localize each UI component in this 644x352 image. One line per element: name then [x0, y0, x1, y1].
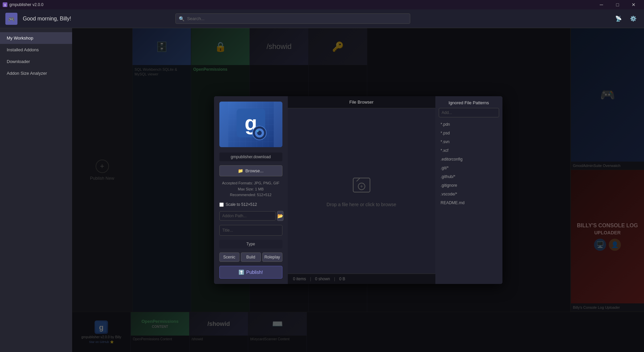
modal-overlay: g gmpublisher.: [72, 28, 644, 352]
search-bar: 🔍: [175, 13, 410, 24]
shown-count: 0 shown: [315, 277, 330, 281]
ignored-patterns-panel: Ignored File Patterns *.pdn *.psd *.svn …: [435, 96, 502, 284]
sidebar-item-my-workshop[interactable]: My Workshop: [0, 32, 72, 44]
browse-label: Browse...: [245, 168, 263, 173]
avatar: 🎮: [5, 13, 17, 25]
addon-path-folder-button[interactable]: 📂: [277, 211, 283, 221]
window-controls: ─ □ ✕: [594, 0, 641, 9]
ignored-pattern-1[interactable]: *.pdn: [439, 120, 499, 129]
ignored-pattern-9[interactable]: .vscode/*: [439, 190, 499, 198]
sidebar-item-downloader[interactable]: Downloader: [0, 56, 72, 67]
ignored-pattern-7[interactable]: .github/*: [439, 172, 499, 181]
type-buttons: Scenic Build Roleplay: [219, 252, 282, 262]
type-label: Type: [219, 240, 282, 248]
addon-url: gmpublisher.download: [219, 153, 282, 161]
size-display: 0 B: [339, 277, 345, 281]
file-browser-title: File Browser: [349, 100, 373, 105]
app-container: 🎮 Good morning, Billy! 🔍 📡 ⚙️ My Worksho…: [0, 9, 644, 352]
main-content: 👍 0 ★★★★★ 👍 0 ★★★★★ 👍 227368 ★★★★½ 👍 337…: [72, 28, 644, 352]
header: 🎮 Good morning, Billy! 🔍 📡 ⚙️: [0, 9, 644, 28]
formats-text: Accepted Formats: JPG, PNG, GIF: [219, 180, 282, 186]
type-roleplay-button[interactable]: Roleplay: [262, 252, 282, 262]
scale-checkbox[interactable]: [219, 202, 224, 207]
title-bar: g gmpublisher v2.0.0 ─ □ ✕: [0, 0, 644, 9]
recommended-text: Recommended: 512×512: [219, 192, 282, 198]
my-workshop-label: My Workshop: [7, 36, 33, 41]
minimize-button[interactable]: ─: [594, 0, 609, 9]
window-title: gmpublisher v2.0.0: [9, 2, 43, 7]
scale-label: Scale to 512×512: [226, 202, 257, 207]
image-info: Accepted Formats: JPG, PNG, GIF Max Size…: [219, 180, 282, 198]
sidebar: My Workshop Installed Addons Downloader …: [0, 28, 72, 352]
ignored-pattern-6[interactable]: .git/*: [439, 164, 499, 172]
type-scenic-button[interactable]: Scenic: [219, 252, 239, 262]
ignored-pattern-5[interactable]: .editorconfig: [439, 155, 499, 164]
publish-icon: ⬆️: [238, 270, 244, 275]
title-bar-left: g gmpublisher v2.0.0: [3, 2, 43, 7]
svg-text:+: +: [360, 183, 363, 189]
header-actions: 📡 ⚙️: [613, 13, 639, 24]
browse-button[interactable]: 📁 Browse...: [219, 165, 282, 176]
ignored-patterns-list: *.pdn *.psd *.svn *.xcf .editorconfig .g…: [435, 120, 502, 284]
search-icon: 🔍: [179, 16, 184, 21]
svg-text:🎮: 🎮: [8, 16, 15, 22]
type-build-button[interactable]: Build: [241, 252, 261, 262]
items-count: 0 items: [293, 277, 306, 281]
file-browser-body[interactable]: + Drop a file here or click to browse: [288, 108, 435, 274]
addon-icon-container: g: [219, 102, 282, 147]
file-browser-panel: File Browser +: [288, 96, 435, 284]
rss-button[interactable]: 📡: [613, 13, 624, 24]
ignored-pattern-3[interactable]: *.svn: [439, 137, 499, 146]
max-size-text: Max Size: 1 MB: [219, 186, 282, 192]
ignored-pattern-4[interactable]: *.xcf: [439, 146, 499, 155]
scale-checkbox-label[interactable]: Scale to 512×512: [219, 202, 282, 207]
drop-icon: +: [352, 175, 372, 198]
sidebar-item-addon-size-analyzer[interactable]: Addon Size Analyzer: [0, 67, 72, 79]
workshop-area: + Publish New 🗄️ SQL Workbench SQLite & …: [72, 28, 644, 352]
folder-icon: 📁: [238, 168, 243, 173]
ignored-add-input[interactable]: [439, 108, 499, 117]
greeting-text: Good morning, Billy!: [23, 16, 71, 22]
app-icon: g: [3, 2, 7, 7]
file-browser-footer: 0 items | 0 shown | 0 B: [288, 274, 435, 284]
settings-button[interactable]: ⚙️: [628, 13, 639, 24]
ignored-pattern-8[interactable]: .gitignore: [439, 181, 499, 190]
file-browser-header: File Browser: [288, 96, 435, 108]
ignored-patterns-header: Ignored File Patterns: [435, 96, 502, 108]
close-button[interactable]: ✕: [626, 0, 641, 9]
modal-left-panel: g gmpublisher.: [214, 96, 288, 284]
addon-size-analyzer-label: Addon Size Analyzer: [7, 71, 47, 76]
addon-path-input[interactable]: [219, 211, 276, 221]
publish-modal: g gmpublisher.: [214, 96, 502, 284]
sidebar-item-installed-addons[interactable]: Installed Addons: [0, 44, 72, 56]
installed-addons-label: Installed Addons: [7, 47, 39, 52]
publish-label: Publish!: [246, 270, 263, 275]
maximize-button[interactable]: □: [610, 0, 625, 9]
addon-icon-preview: g: [219, 102, 282, 147]
svg-point-11: [256, 130, 259, 132]
search-input[interactable]: [175, 13, 410, 24]
addon-path-row: 📂: [219, 211, 282, 221]
ignored-pattern-10[interactable]: README.md: [439, 198, 499, 207]
ignored-pattern-2[interactable]: *.psd: [439, 129, 499, 137]
downloader-label: Downloader: [7, 59, 30, 64]
publish-button[interactable]: ⬆️ Publish!: [219, 266, 282, 279]
drop-text: Drop a file here or click to browse: [327, 202, 396, 207]
title-input[interactable]: [219, 225, 282, 236]
body: My Workshop Installed Addons Downloader …: [0, 28, 644, 352]
